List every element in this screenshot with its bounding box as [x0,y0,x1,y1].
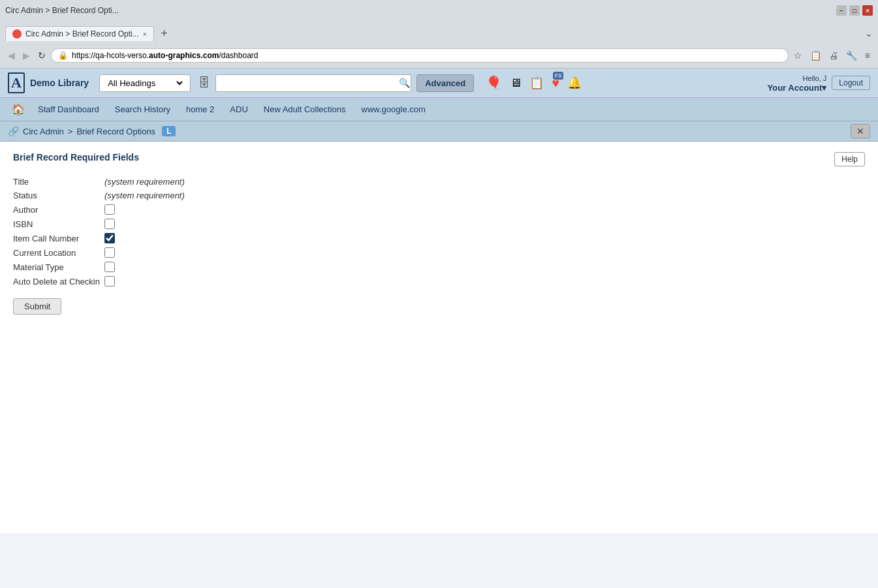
hello-text: Hello, J [803,74,827,82]
field-label-auto-delete: Auto Delete at Checkin [13,277,104,286]
window-maximize-button[interactable]: □ [849,5,860,16]
advanced-search-button[interactable]: Advanced [416,74,474,92]
field-checkbox-author[interactable] [104,204,115,215]
field-label-item-call-number: Item Call Number [13,234,104,243]
translate-icon: A [8,72,25,93]
form-row-auto-delete: Auto Delete at Checkin [13,276,865,286]
search-go-button[interactable]: 🔍 [399,78,410,88]
sidebar-item-home2[interactable]: home 2 [180,102,221,117]
print-button[interactable]: 🖨 [826,48,841,63]
reload-button[interactable]: ↻ [35,48,48,63]
list-icon-button[interactable]: 📋 [528,74,545,91]
form-row-title: Title (system requirement) [13,177,865,187]
back-button[interactable]: ◀ [5,48,18,63]
search-input-wrap: 🔍 [215,74,411,92]
balloon-icon-button[interactable]: 🎈 [484,74,503,92]
sidebar-item-home[interactable]: 🏠 [8,101,29,118]
url-display: https://qa-hcols-verso.auto-graphics.com… [72,51,258,60]
breadcrumb-bar: 🔗 Circ Admin > Brief Record Options L ✕ [0,121,878,142]
sidebar-item-staff-dashboard[interactable]: Staff Dashboard [31,102,106,117]
extensions-button[interactable]: 🔧 [843,48,860,63]
library-name: Demo Library [30,78,89,88]
search-input[interactable] [215,74,411,92]
bell-icon-button[interactable]: 🔔 [566,74,583,91]
field-value-status: (system requirement) [104,191,185,200]
sidebar-item-adu[interactable]: ADU [223,102,254,117]
new-tab-button[interactable]: + [157,27,172,40]
monitor-icon-button[interactable]: 🖥 [509,75,523,91]
browser-tab[interactable]: Circ Admin > Brief Record Opti... × [5,26,154,41]
window-close-button[interactable]: ✕ [862,5,873,16]
page-title: Brief Record Required Fields [13,152,139,162]
browser-menu-button[interactable]: ≡ [862,48,873,63]
form-table: Title (system requirement) Status (syste… [13,177,865,286]
tab-title: Circ Admin > Brief Record Opti... [25,29,139,39]
main-content: Brief Record Required Fields Help Title … [0,142,878,533]
browser-title: Circ Admin > Brief Record Opti... [5,6,119,15]
field-checkbox-item-call-number[interactable] [104,233,115,243]
reading-list-button[interactable]: 📋 [807,48,824,63]
account-section: Hello, J Your Account▾ [768,74,827,93]
heart-button-wrap: ♥ F9 [550,74,561,92]
database-icon[interactable]: 🗄 [198,76,210,90]
breadcrumb-close-button[interactable]: ✕ [851,124,870,138]
submit-button[interactable]: Submit [13,298,61,315]
bookmark-button[interactable]: ☆ [791,48,805,63]
nav-menu: 🏠 Staff Dashboard Search History home 2 … [0,98,878,121]
sidebar-item-new-adult-collections[interactable]: New Adult Collections [257,102,353,117]
tab-overflow-button[interactable]: ⌄ [865,28,873,39]
sidebar-item-search-history[interactable]: Search History [108,102,177,117]
field-label-status: Status [13,191,104,200]
form-row-item-call-number: Item Call Number [13,233,865,243]
field-checkbox-auto-delete[interactable] [104,276,115,286]
breadcrumb-circ-admin[interactable]: Circ Admin [23,127,64,136]
your-account-link[interactable]: Your Account▾ [768,83,827,93]
sidebar-item-google[interactable]: www.google.com [355,102,432,117]
field-checkbox-material-type[interactable] [104,262,115,272]
f9-badge: F9 [553,72,564,80]
breadcrumb-link-icon: 🔗 [8,126,19,136]
field-label-title: Title [13,177,104,187]
field-value-title: (system requirement) [104,177,185,187]
form-row-material-type: Material Type [13,262,865,272]
address-bar[interactable]: 🔒 https://qa-hcols-verso.auto-graphics.c… [51,48,789,63]
search-type-select[interactable]: All Headings [105,78,185,89]
field-label-author: Author [13,205,104,215]
breadcrumb-badge: L [162,126,176,136]
help-button[interactable]: Help [834,152,865,166]
forward-button[interactable]: ▶ [20,48,33,63]
form-row-author: Author [13,204,865,215]
breadcrumb-separator: > [68,127,73,136]
field-checkbox-isbn[interactable] [104,219,115,229]
tab-favicon [12,29,22,39]
search-type-dropdown[interactable]: All Headings [99,74,191,92]
breadcrumb-brief-record-options[interactable]: Brief Record Options [76,127,155,136]
form-row-isbn: ISBN [13,219,865,229]
form-row-status: Status (system requirement) [13,191,865,200]
page-header: Brief Record Required Fields Help [13,152,865,166]
tab-close-button[interactable]: × [143,30,147,38]
field-checkbox-current-location[interactable] [104,247,115,258]
field-label-current-location: Current Location [13,248,104,258]
field-label-isbn: ISBN [13,219,104,229]
field-label-material-type: Material Type [13,262,104,272]
logout-button[interactable]: Logout [832,76,870,90]
window-minimize-button[interactable]: − [836,5,847,16]
form-row-current-location: Current Location [13,247,865,258]
security-icon: 🔒 [58,51,68,60]
